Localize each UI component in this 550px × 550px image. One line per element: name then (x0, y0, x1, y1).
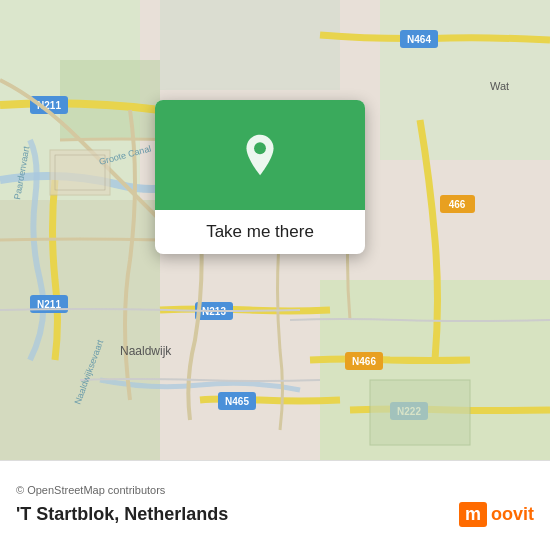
svg-rect-5 (160, 0, 340, 90)
map-container: N211 N211 N464 466 N213 N465 N222 N466 (0, 0, 550, 460)
take-me-there-button[interactable]: Take me there (155, 210, 365, 254)
moovit-text: oovit (491, 504, 534, 525)
svg-rect-4 (380, 0, 550, 160)
svg-point-34 (254, 142, 266, 154)
location-name: 'T Startblok, Netherlands (16, 504, 228, 525)
moovit-m-letter: m (459, 502, 487, 527)
map-pin-icon (238, 133, 282, 177)
moovit-logo: m oovit (459, 502, 534, 527)
svg-text:466: 466 (449, 199, 466, 210)
svg-rect-29 (370, 380, 470, 445)
location-row: 'T Startblok, Netherlands m oovit (16, 502, 534, 527)
bottom-bar: © OpenStreetMap contributors 'T Startblo… (0, 460, 550, 550)
svg-text:N466: N466 (352, 356, 376, 367)
popup-green-header (155, 100, 365, 210)
svg-text:N464: N464 (407, 34, 431, 45)
popup-card: Take me there (155, 100, 365, 254)
svg-text:Naaldwijk: Naaldwijk (120, 344, 172, 358)
svg-text:N465: N465 (225, 396, 249, 407)
map-attribution: © OpenStreetMap contributors (16, 484, 534, 496)
svg-text:Wat: Wat (490, 80, 509, 92)
